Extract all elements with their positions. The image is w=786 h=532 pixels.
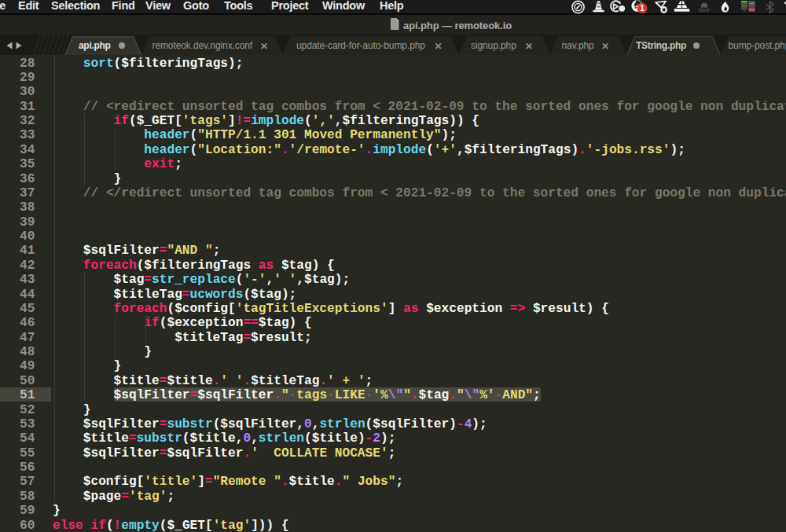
- svg-text:1: 1: [640, 4, 645, 13]
